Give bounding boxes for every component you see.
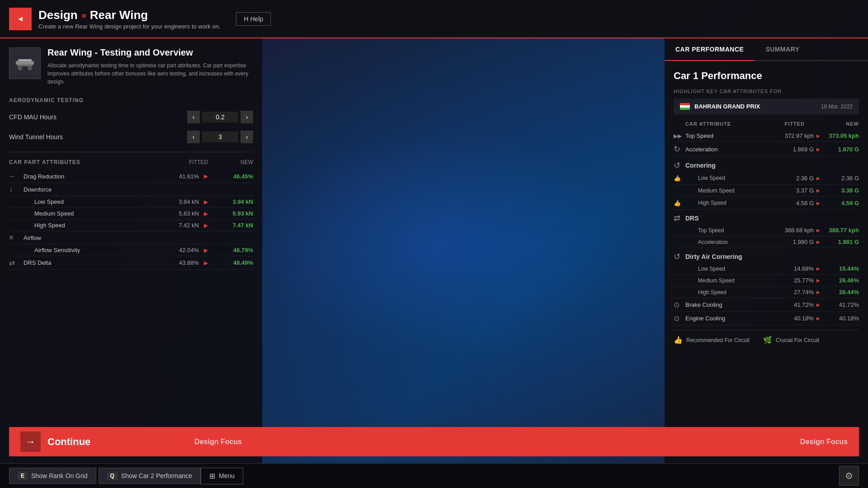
cornering-group-header: ↺ Cornering xyxy=(674,157,859,172)
drs-delta-fitted: 43.88% xyxy=(154,259,199,266)
airflow-name: Airflow xyxy=(20,235,154,241)
cm-name: Medium Speed xyxy=(685,188,760,194)
ch-new: 4.59 G xyxy=(823,200,859,206)
tab-summary[interactable]: SUMMARY xyxy=(755,38,810,60)
wind-row: Wind Tunnel Hours ‹ 3 › xyxy=(9,129,253,145)
right-panel: CAR PERFORMANCE SUMMARY Car 1 Performanc… xyxy=(665,38,868,463)
dam-fitted: 25.77% xyxy=(760,277,814,284)
cfd-value: 0.2 xyxy=(202,112,238,122)
rank-label: Show Rank On Grid xyxy=(31,472,88,479)
wind-decrement[interactable]: ‹ xyxy=(187,131,200,143)
bc-fitted: 41.72% xyxy=(760,301,814,308)
car2-key: Q xyxy=(107,472,118,480)
continue-button[interactable]: → Continue Design Focus xyxy=(9,427,253,456)
wind-increment[interactable]: › xyxy=(241,131,253,143)
tab-car-performance[interactable]: CAR PERFORMANCE xyxy=(665,38,755,61)
drs-delta-name: DRS Delta xyxy=(20,259,154,266)
attr-airflow-sensitivity: Airflow Sensitivity 42.04% ▶ 46.79% xyxy=(9,244,253,256)
wind-value: 3 xyxy=(202,131,238,142)
ch-fitted: 4.58 G xyxy=(760,200,814,206)
ec-arrow: ▶ xyxy=(814,316,823,321)
svg-point-3 xyxy=(18,66,22,70)
ts-arrow: ▶ xyxy=(814,133,823,138)
perf-da-high: High Speed 27.74% ▶ 28.44% xyxy=(674,286,859,298)
grand-prix-row: BAHRAIN GRAND PRIX 18 Mar, 2022 xyxy=(674,99,859,114)
drag-fitted: 41.61% xyxy=(154,173,199,180)
title-section: Design » Rear Wing Create a new Rear Win… xyxy=(38,8,220,30)
cl-fitted: 2.36 G xyxy=(760,175,814,182)
downforce-icon: ↓ xyxy=(9,185,20,193)
drag-name: Drag Reduction xyxy=(20,173,154,180)
dirty-air-icon: ↺ xyxy=(674,252,685,262)
dal-new: 15.44% xyxy=(823,265,859,272)
dts-arrow: ▶ xyxy=(814,228,823,233)
low-speed-new: 3.94 kN xyxy=(212,198,253,205)
acc-name: Acceleration xyxy=(685,146,760,153)
attr-drag-reduction: ← Drag Reduction 41.61% ▶ 46.45% xyxy=(9,170,253,183)
cm-new: 3.38 G xyxy=(823,187,859,194)
cfd-decrement[interactable]: ‹ xyxy=(187,111,200,123)
dah-arrow: ▶ xyxy=(814,290,823,295)
attr-airflow-group: ≡ Airflow xyxy=(9,231,253,244)
drs-delta-arrow: ▶ xyxy=(199,260,212,266)
col-attr-label: CAR ATTRIBUTE xyxy=(685,121,750,127)
medium-speed-name: Medium Speed xyxy=(20,210,154,217)
ts-fitted: 372.97 kph xyxy=(760,132,814,139)
cm-fitted: 3.37 G xyxy=(760,187,814,194)
ms-arrow: ▶ xyxy=(199,211,212,217)
perf-table-header: CAR ATTRIBUTE FITTED NEW xyxy=(674,121,859,127)
drag-new: 46.45% xyxy=(212,173,253,180)
perf-cornering-low: 👍 Low Speed 2.36 G ▶ 2.36 G xyxy=(674,172,859,185)
drag-icon: ← xyxy=(9,172,20,180)
legend-row: 👍 Recommended For Circuit 🌿 Crucial For … xyxy=(674,330,859,347)
part-description: Allocate aerodynamic testing time to opt… xyxy=(47,61,253,86)
help-label: H Help xyxy=(244,15,263,23)
downforce-name: Downforce xyxy=(20,186,154,193)
svg-point-4 xyxy=(28,66,32,70)
cfd-stepper: ‹ 0.2 › xyxy=(187,111,253,123)
da-new: 1.981 G xyxy=(823,239,859,245)
dah-new: 28.44% xyxy=(823,289,859,296)
menu-button[interactable]: ⊞ Menu xyxy=(201,468,243,484)
col-fitted-label: FITTED xyxy=(163,159,208,165)
design-focus-text: Design Focus xyxy=(194,438,242,446)
help-button[interactable]: H Help xyxy=(236,12,271,26)
show-car2-button[interactable]: Q Show Car 2 Performance xyxy=(99,468,201,484)
acc-arrow: ▶ xyxy=(814,147,823,152)
perf-acceleration: ↻ Acceleration 1.869 G ▶ 1.870 G xyxy=(674,142,859,157)
back-button[interactable]: ◄ xyxy=(9,8,32,30)
attr-medium-speed: Medium Speed 5.83 kN ▶ 5.93 kN xyxy=(9,208,253,220)
attr-low-speed: Low Speed 3.84 kN ▶ 3.94 kN xyxy=(9,196,253,208)
cfd-increment[interactable]: › xyxy=(241,111,253,123)
part-icon xyxy=(9,47,41,79)
perf-brake-cooling: ⊙ Brake Cooling 41.72% ▶ 41.72% xyxy=(674,298,859,312)
airflow-sensitivity-fitted: 42.04% xyxy=(154,247,199,253)
dah-name: High Speed xyxy=(685,289,760,296)
show-rank-button[interactable]: E Show Rank On Grid xyxy=(9,468,96,484)
perf-cornering-high: 👍 High Speed 4.58 G ▶ 4.59 G xyxy=(674,197,859,210)
dts-name: Top Speed xyxy=(685,227,760,234)
recommended-icon: 👍 xyxy=(674,336,683,344)
wind-label: Wind Tunnel Hours xyxy=(9,133,63,141)
right-tabs: CAR PERFORMANCE SUMMARY xyxy=(665,38,868,61)
perf-top-speed: ▶▶ Top Speed 372.97 kph ▶ 373.05 kph xyxy=(674,130,859,142)
ec-new: 40.18% xyxy=(823,315,859,322)
hs-arrow: ▶ xyxy=(199,222,212,229)
col-new-label: NEW xyxy=(814,121,859,127)
attrs-section-label: CAR PART ATTRIBUTES xyxy=(9,159,163,165)
continue-arrow-icon: → xyxy=(20,432,41,452)
cornering-icon: ↺ xyxy=(674,160,685,170)
settings-button[interactable]: ⚙ xyxy=(839,466,859,486)
bc-name: Brake Cooling xyxy=(685,301,760,308)
cl-name: Low Speed xyxy=(685,175,760,181)
gp-flag xyxy=(680,103,690,110)
perf-cornering-med: Medium Speed 3.37 G ▶ 3.38 G xyxy=(674,185,859,197)
acc-icon: ↻ xyxy=(674,144,685,154)
dirty-air-group-header: ↺ Dirty Air Cornering xyxy=(674,248,859,263)
bc-icon: ⊙ xyxy=(674,300,685,309)
recommended-label: Recommended For Circuit xyxy=(686,337,750,343)
ls-arrow: ▶ xyxy=(199,199,212,205)
right-content: Car 1 Performance HIGHLIGHT KEY CAR ATTR… xyxy=(665,61,868,356)
perf-engine-cooling: ⊙ Engine Cooling 40.18% ▶ 40.18% xyxy=(674,312,859,325)
attr-drs-delta: ⇄ DRS Delta 43.88% ▶ 48.49% xyxy=(9,256,253,270)
